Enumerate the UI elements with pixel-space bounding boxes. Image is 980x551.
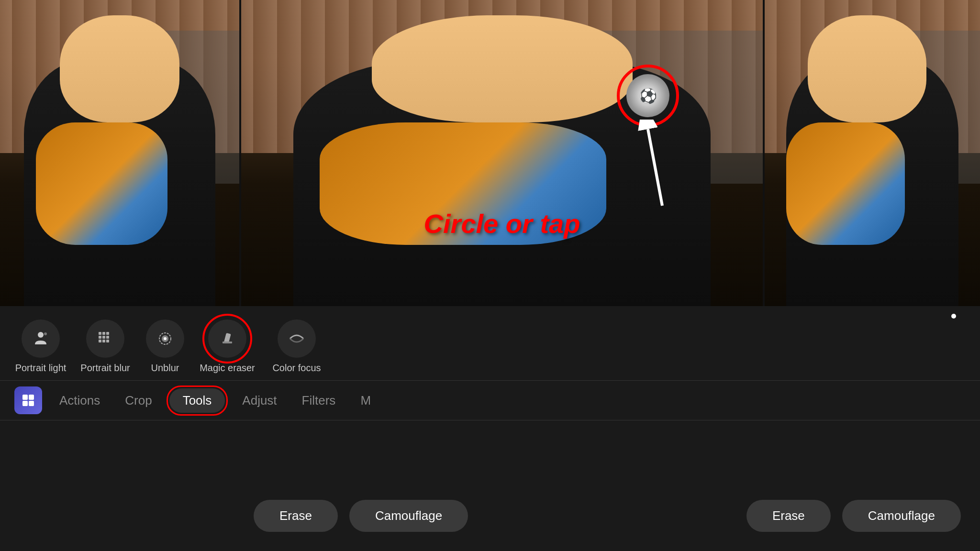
bottom-area: Portrait light [0, 306, 980, 551]
svg-rect-7 [99, 336, 101, 339]
action-buttons-middle: Erase Camouflage [254, 500, 468, 532]
svg-rect-6 [106, 332, 109, 335]
arrow-annotation [624, 120, 681, 215]
svg-rect-20 [22, 401, 28, 406]
color-focus-icon [278, 320, 316, 358]
photo-panel-middle: ⚽ Circle or tap [241, 0, 763, 306]
tool-unblur[interactable]: Unblur [144, 320, 187, 374]
camouflage-button-2[interactable]: Camouflage [842, 500, 961, 532]
tools-row: Portrait light [0, 306, 980, 380]
portrait-blur-label: Portrait blur [80, 363, 130, 374]
gallery-icon [22, 394, 35, 407]
circle-annotation: ⚽ [617, 65, 679, 127]
unblur-label: Unblur [151, 363, 179, 374]
svg-line-1 [648, 129, 662, 206]
unblur-icon [146, 320, 184, 358]
circle-or-tap-label: Circle or tap [424, 208, 580, 239]
svg-rect-9 [106, 336, 109, 339]
main-container: ⚽ Circle or tap [0, 0, 980, 551]
tool-portrait-light[interactable]: Portrait light [14, 320, 67, 374]
portrait-light-icon [22, 320, 60, 358]
erase-button-1[interactable]: Erase [254, 500, 338, 532]
tools-nav-ring [167, 386, 228, 416]
svg-rect-5 [102, 332, 105, 335]
svg-point-3 [44, 332, 47, 335]
photo-panel-right [765, 0, 980, 306]
action-buttons-right: Erase Camouflage [746, 500, 961, 532]
nav-actions[interactable]: Actions [52, 389, 108, 412]
nav-filters[interactable]: Filters [294, 389, 344, 412]
svg-rect-21 [29, 401, 34, 406]
color-focus-label: Color focus [272, 363, 321, 374]
photo-panel-left [0, 0, 239, 306]
portrait-blur-icon [86, 320, 124, 358]
nav-more[interactable]: M [353, 389, 379, 412]
magic-eraser-icon [208, 320, 246, 358]
magic-eraser-label: Magic eraser [200, 363, 255, 374]
tool-color-focus[interactable]: Color focus [268, 320, 325, 374]
tool-magic-eraser[interactable]: Magic eraser [196, 320, 258, 374]
camouflage-button-1[interactable]: Camouflage [349, 500, 468, 532]
svg-rect-8 [102, 336, 105, 339]
svg-point-15 [164, 337, 167, 340]
svg-point-2 [38, 332, 44, 338]
nav-bar: Actions Crop Tools Adjust Filters M [0, 380, 980, 420]
nav-tools-container: Tools [169, 388, 225, 413]
tool-portrait-blur[interactable]: Portrait blur [77, 320, 134, 374]
portrait-light-label: Portrait light [15, 363, 67, 374]
svg-rect-17 [223, 342, 232, 343]
svg-rect-18 [22, 395, 28, 400]
scroll-indicator [951, 314, 956, 319]
svg-rect-10 [99, 340, 101, 342]
svg-rect-11 [102, 340, 105, 342]
svg-rect-4 [99, 332, 101, 335]
svg-rect-19 [29, 395, 34, 400]
nav-crop[interactable]: Crop [117, 389, 159, 412]
erase-button-2[interactable]: Erase [746, 500, 831, 532]
photos-container: ⚽ Circle or tap [0, 0, 980, 306]
nav-adjust[interactable]: Adjust [234, 389, 284, 412]
svg-rect-12 [106, 340, 109, 342]
gallery-icon-button[interactable] [14, 386, 42, 414]
